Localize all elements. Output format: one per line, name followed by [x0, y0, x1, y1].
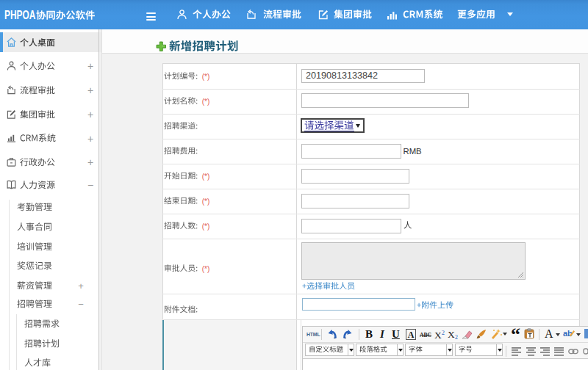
svg-text:ab: ab	[563, 329, 573, 338]
